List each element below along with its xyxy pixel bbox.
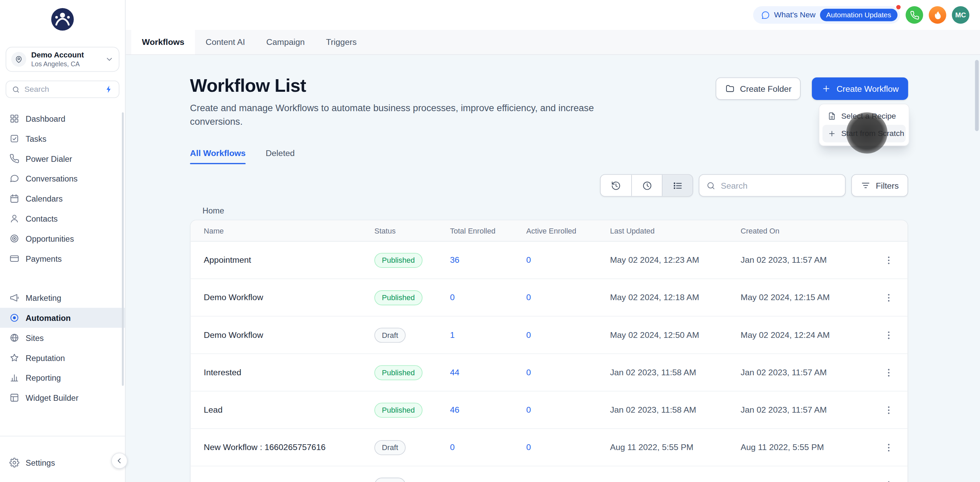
view-tab-deleted[interactable]: Deleted — [266, 149, 295, 164]
sidebar-item-label: Calendars — [25, 194, 63, 203]
sidebar-item-contacts[interactable]: Contacts — [0, 208, 125, 228]
total-enrolled-link[interactable]: 0 — [450, 442, 526, 452]
promotions-button[interactable] — [929, 6, 946, 24]
active-enrolled-link[interactable]: 0 — [527, 480, 610, 482]
location-pin-icon — [11, 52, 26, 67]
view-tab-all-workflows[interactable]: All Workflows — [190, 149, 245, 164]
table-row: Demo WorkflowDraft10May 02 2024, 12:50 A… — [191, 317, 907, 354]
total-enrolled-link[interactable]: 44 — [450, 368, 526, 377]
reporting-icon — [10, 373, 19, 383]
workflow-name-link[interactable]: Demo Workflow — [204, 293, 374, 302]
active-enrolled-link[interactable]: 0 — [527, 368, 610, 377]
tab-content-ai[interactable]: Content AI — [195, 30, 256, 54]
top-header: What's New Automation Updates MC — [126, 0, 980, 30]
sidebar-item-marketing[interactable]: Marketing — [0, 288, 125, 308]
ai-spark-icon[interactable] — [105, 85, 113, 94]
row-menu-button[interactable] — [881, 289, 897, 306]
row-menu-button[interactable] — [881, 402, 897, 418]
list-view-button[interactable] — [662, 175, 693, 196]
status-badge: Published — [374, 403, 422, 417]
created-on-cell: Aug 17 2022, 10:31 AM — [741, 480, 881, 482]
table-row: New Workflow : 1660750162887Draft00Aug 1… — [191, 466, 907, 482]
row-menu-button[interactable] — [881, 477, 897, 482]
filters-button[interactable]: Filters — [851, 174, 908, 197]
sidebar-item-label: Opportunities — [25, 234, 74, 243]
workflow-name-link[interactable]: Interested — [204, 368, 374, 377]
sidebar-item-widget-builder[interactable]: Widget Builder — [0, 388, 125, 408]
total-enrolled-link[interactable]: 1 — [450, 330, 526, 340]
sidebar-item-reputation[interactable]: Reputation — [0, 348, 125, 368]
workflow-name-link[interactable]: Appointment — [204, 255, 374, 265]
table-row: New Workflow : 1660265757616Draft00Aug 1… — [191, 429, 907, 466]
tab-workflows[interactable]: Workflows — [131, 30, 195, 54]
sidebar-scrollbar[interactable] — [122, 113, 124, 386]
workflow-name-link[interactable]: Demo Workflow — [204, 330, 374, 340]
sidebar-item-settings[interactable]: Settings — [0, 453, 125, 473]
history-view-button[interactable] — [601, 175, 632, 196]
sidebar-footer: Settings — [0, 436, 125, 482]
time-view-button[interactable] — [632, 175, 662, 196]
tab-triggers[interactable]: Triggers — [315, 30, 367, 54]
last-updated-cell: Jan 02 2023, 11:58 AM — [610, 405, 741, 415]
total-enrolled-link[interactable]: 46 — [450, 405, 526, 415]
created-on-cell: May 02 2024, 12:15 AM — [741, 293, 881, 302]
sidebar-item-automation[interactable]: Automation — [0, 308, 125, 328]
table-row: LeadPublished460Jan 02 2023, 11:58 AMJan… — [191, 392, 907, 429]
row-menu-button[interactable] — [881, 252, 897, 268]
created-on-cell: Jan 02 2023, 11:57 AM — [741, 405, 881, 415]
active-enrolled-link[interactable]: 0 — [527, 330, 610, 340]
workflow-name-link[interactable]: New Workflow : 1660265757616 — [204, 442, 374, 452]
sidebar-item-label: Dashboard — [25, 114, 65, 124]
sidebar-item-dashboard[interactable]: Dashboard — [0, 109, 125, 129]
workflow-name-link[interactable]: New Workflow : 1660750162887 — [204, 480, 374, 482]
menu-item-select-a-recipe[interactable]: Select a Recipe — [822, 108, 905, 125]
tab-campaign[interactable]: Campaign — [256, 30, 315, 54]
sidebar-item-label: Contacts — [25, 214, 57, 224]
user-avatar[interactable]: MC — [952, 6, 969, 24]
active-enrolled-link[interactable]: 0 — [527, 442, 610, 452]
active-enrolled-link[interactable]: 0 — [527, 405, 610, 415]
sidebar-item-power-dialer[interactable]: Power Dialer — [0, 149, 125, 169]
breadcrumb[interactable]: Home — [202, 206, 224, 216]
total-enrolled-link[interactable]: 0 — [450, 480, 526, 482]
sidebar-item-calendars[interactable]: Calendars — [0, 189, 125, 209]
notification-dot — [896, 5, 901, 10]
row-menu-button[interactable] — [881, 327, 897, 343]
account-info: Demo Account Los Angeles, CA — [31, 51, 84, 68]
sidebar: Demo Account Los Angeles, CA Search Dash… — [0, 0, 126, 482]
create-folder-button[interactable]: Create Folder — [716, 78, 801, 100]
sidebar-item-sites[interactable]: Sites — [0, 328, 125, 348]
total-enrolled-link[interactable]: 0 — [450, 293, 526, 302]
search-icon — [706, 181, 716, 190]
total-enrolled-link[interactable]: 36 — [450, 255, 526, 265]
automation-updates-badge[interactable]: Automation Updates — [820, 9, 897, 21]
list-controls: Filters — [600, 174, 908, 197]
page-scrollbar[interactable] — [975, 60, 978, 131]
menu-item-start-from-scratch[interactable]: Start from Scratch — [822, 125, 905, 142]
plus-icon — [827, 129, 837, 138]
sidebar-search[interactable]: Search — [6, 81, 119, 98]
sidebar-item-tasks[interactable]: Tasks — [0, 128, 125, 149]
row-menu-button[interactable] — [881, 365, 897, 381]
sidebar-item-label: Settings — [25, 458, 55, 468]
workflow-search-input[interactable] — [721, 181, 838, 190]
active-enrolled-link[interactable]: 0 — [527, 293, 610, 302]
status-badge: Draft — [374, 477, 406, 482]
flame-icon — [933, 10, 942, 20]
menu-item-label: Select a Recipe — [841, 112, 896, 121]
sidebar-item-reporting[interactable]: Reporting — [0, 368, 125, 388]
workflow-name-link[interactable]: Lead — [204, 405, 374, 415]
column-header-active-enrolled: Active Enrolled — [527, 227, 610, 235]
sidebar-item-payments[interactable]: Payments — [0, 249, 125, 268]
row-menu-button[interactable] — [881, 439, 897, 455]
sidebar-item-opportunities[interactable]: Opportunities — [0, 228, 125, 249]
sidebar-item-conversations[interactable]: Conversations — [0, 169, 125, 189]
create-workflow-button[interactable]: Create Workflow — [812, 78, 908, 100]
history-icon — [611, 180, 621, 191]
sidebar-collapse-button[interactable] — [111, 453, 127, 469]
active-enrolled-link[interactable]: 0 — [527, 255, 610, 265]
whatsapp-button[interactable] — [905, 6, 923, 24]
chevron-down-icon — [105, 55, 114, 64]
account-switcher[interactable]: Demo Account Los Angeles, CA — [6, 47, 119, 72]
whats-new-button[interactable]: What's New Automation Updates — [753, 6, 900, 24]
